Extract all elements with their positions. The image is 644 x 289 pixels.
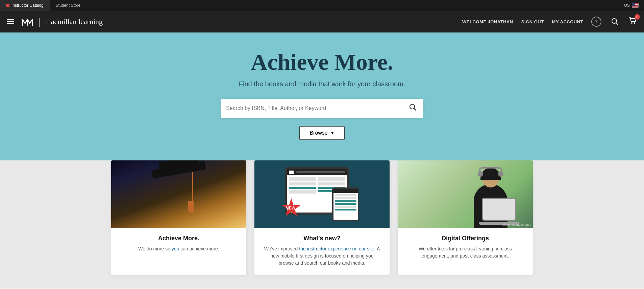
header: | macmillan learning WELCOME JONATHAN SI… xyxy=(0,11,644,32)
search-submit-button[interactable] xyxy=(408,102,418,114)
search-input[interactable] xyxy=(226,105,408,111)
help-button[interactable]: ? xyxy=(591,17,601,27)
getty-watermark: aluxum/Getty Images xyxy=(502,223,531,226)
whats-new-card-body: What's new? We've improved the instructo… xyxy=(254,228,390,275)
top-bar-right: US xyxy=(624,3,644,8)
cart-count-badge: 0 xyxy=(635,14,640,20)
device-mockup: NEW! xyxy=(285,167,359,221)
tablet-header xyxy=(287,169,347,175)
instructor-experience-link[interactable]: the instructor experience on our site xyxy=(299,246,374,251)
hero-section: Achieve More. Find the books and media t… xyxy=(0,32,644,160)
red-dot-icon xyxy=(6,4,9,7)
digital-offerings-card-text: We offer tools for pre-class learning, i… xyxy=(406,245,525,260)
hamburger-menu-button[interactable] xyxy=(7,19,14,24)
phone-mockup xyxy=(332,187,359,221)
whats-new-card-title: What's new? xyxy=(263,235,381,242)
cart-button[interactable]: 0 xyxy=(628,16,637,27)
svg-point-2 xyxy=(631,22,633,24)
my-account-button[interactable]: MY ACCOUNT xyxy=(552,19,583,24)
achieve-more-card-text: We do more so you can achieve more. xyxy=(119,245,238,252)
hero-title: Achieve More. xyxy=(7,49,637,75)
us-flag-icon xyxy=(632,3,639,8)
header-nav: WELCOME JONATHAN SIGN OUT MY ACCOUNT ? 0 xyxy=(462,16,637,27)
digital-image: aluxum/Getty Images xyxy=(398,160,533,228)
sign-out-button[interactable]: SIGN OUT xyxy=(521,19,544,24)
achieve-more-link[interactable]: you xyxy=(172,246,179,251)
search-button[interactable] xyxy=(610,16,620,27)
logo[interactable]: | macmillan learning xyxy=(21,16,103,27)
logo-mark-icon xyxy=(21,17,34,27)
svg-line-5 xyxy=(414,108,416,110)
digital-offerings-card-title: Digital Offerings xyxy=(406,235,525,242)
digital-offerings-card-body: Digital Offerings We offer tools for pre… xyxy=(398,228,533,268)
digital-offerings-card: aluxum/Getty Images Digital Offerings We… xyxy=(398,160,533,275)
graduation-image xyxy=(111,160,246,228)
browse-button[interactable]: Browse ▼ xyxy=(299,126,344,140)
whats-new-card-text: We've improved the instructor experience… xyxy=(263,245,381,267)
achieve-more-card: Achieve More. We do more so you can achi… xyxy=(111,160,246,275)
student-store-tab[interactable]: Student Store xyxy=(50,0,86,11)
hero-subtitle: Find the books and media that work for y… xyxy=(7,80,637,88)
instructor-catalog-tab[interactable]: Instructor Catalog xyxy=(0,0,50,11)
whats-new-card: NEW! What's new? We've improved the inst… xyxy=(254,160,390,275)
search-bar xyxy=(221,99,423,118)
laptop-figure xyxy=(482,198,519,223)
top-bar: Instructor Catalog Student Store US xyxy=(0,0,644,11)
svg-point-3 xyxy=(634,22,635,24)
cards-section: Achieve More. We do more so you can achi… xyxy=(0,160,644,288)
welcome-text: WELCOME JONATHAN xyxy=(462,19,513,24)
new-design-image: NEW! xyxy=(254,160,390,228)
svg-line-1 xyxy=(616,23,618,25)
achieve-more-card-title: Achieve More. xyxy=(119,235,238,242)
achieve-more-card-body: Achieve More. We do more so you can achi… xyxy=(111,228,246,261)
browse-arrow-icon: ▼ xyxy=(330,131,335,135)
